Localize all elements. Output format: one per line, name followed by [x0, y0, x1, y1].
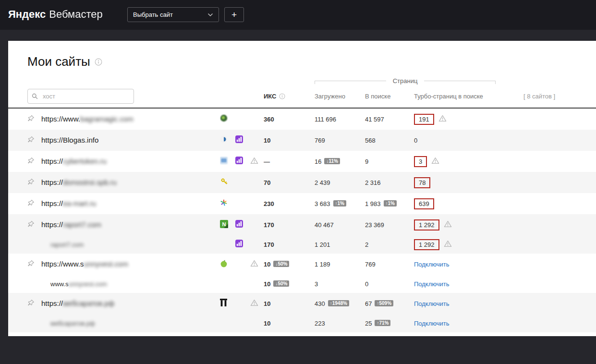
subsite-row: raport7.com1701 20121 292	[8, 235, 596, 254]
iks-value: 10	[264, 280, 270, 288]
in-search-value: 25	[365, 320, 372, 327]
iks-value: 10	[264, 320, 270, 327]
iks-value: 360	[264, 116, 274, 123]
warning-icon	[250, 157, 258, 164]
in-search-value: 23 369	[365, 221, 384, 229]
in-search-value: 2 316	[365, 179, 381, 186]
loaded-value: 430	[315, 300, 325, 307]
change-badge: ↑1948%	[328, 300, 349, 306]
pin-icon[interactable]	[27, 115, 35, 122]
loaded-value: 3	[315, 280, 318, 288]
turbo-count-flagged[interactable]: 639	[414, 198, 434, 209]
column-header-in-search: В поиске	[365, 93, 414, 100]
turbo-count-flagged[interactable]: 78	[414, 177, 430, 188]
green-dot-favicon	[220, 114, 228, 122]
page-title: Мои сайты	[27, 54, 90, 69]
sites-table-body: https://www.bagramagic.com360111 69641 5…	[8, 109, 596, 332]
loaded-value: 1 189	[315, 261, 330, 268]
search-input[interactable]	[27, 89, 134, 104]
iks-value: 10	[264, 261, 270, 268]
pin-icon[interactable]	[27, 299, 35, 306]
logo-yandex: Яндекс	[8, 8, 46, 20]
site-url[interactable]: https://domostroi.spb.ru	[41, 178, 117, 186]
turbo-count-flagged[interactable]: 3	[414, 156, 427, 167]
gate-icon	[220, 299, 227, 306]
site-url[interactable]: https://ea-mart.ru	[41, 199, 96, 207]
pin-icon[interactable]	[27, 220, 35, 228]
turbo-count-flagged[interactable]: 1 292	[414, 219, 439, 231]
site-row: https://domostroi.spb.ru702 4392 31678	[8, 172, 596, 193]
change-badge: ↑1%	[333, 200, 346, 206]
turbo-count-flagged[interactable]: 1 292	[414, 239, 439, 250]
connect-turbo-link[interactable]: Подключить	[414, 261, 450, 268]
warning-icon	[444, 220, 452, 228]
plus-icon: +	[231, 10, 237, 19]
key-icon	[220, 177, 229, 186]
pin-icon[interactable]	[27, 199, 35, 206]
my-sites-card: Мои сайты Страниц ИКС Загружено В поиске…	[8, 41, 596, 336]
loaded-value: 2 439	[315, 179, 330, 186]
connect-turbo-link[interactable]: Подключить	[414, 300, 450, 307]
blue-favicon	[220, 157, 228, 164]
logo-webmaster: Вебмастер	[49, 8, 102, 20]
iks-info-icon[interactable]	[279, 93, 285, 99]
loaded-value: 769	[315, 137, 325, 144]
table-header: Страниц ИКС Загружено В поиске Турбо-стр…	[8, 72, 596, 108]
yandex-webmaster-logo[interactable]: ЯндексВебмастер	[8, 8, 103, 21]
site-url[interactable]: https://raport7.com	[41, 220, 101, 229]
site-row: https://мебсаратов.рф10430↑1948%67↑509%П…	[8, 293, 596, 314]
search-icon	[32, 93, 38, 99]
connect-turbo-link[interactable]: Подключить	[414, 280, 450, 288]
in-search-value: 67	[365, 300, 372, 307]
change-badge: ↑1%	[384, 200, 397, 206]
svg-text:N: N	[222, 221, 226, 227]
iks-value: 170	[264, 241, 274, 248]
change-badge: ↑509%	[375, 300, 393, 306]
loaded-value: 40 467	[315, 221, 334, 229]
column-header-loaded: Загружено	[315, 93, 365, 100]
iks-value: 230	[264, 200, 274, 207]
site-url[interactable]: https://мебсаратов.рф	[41, 299, 114, 307]
site-selector-dropdown[interactable]: Выбрать сайт	[127, 7, 219, 22]
site-url[interactable]: https://cybertoken.ru	[41, 157, 107, 165]
warning-icon	[250, 260, 258, 267]
site-url[interactable]: мебсаратов.рф	[41, 320, 95, 327]
warning-icon	[250, 299, 258, 306]
in-search-value: 568	[365, 137, 376, 144]
pages-group-label: Страниц	[393, 77, 418, 85]
site-selector-label: Выбрать сайт	[133, 11, 173, 18]
pin-icon[interactable]	[27, 136, 35, 143]
pin-icon[interactable]	[27, 178, 35, 185]
info-icon[interactable]	[95, 58, 102, 66]
site-url[interactable]: https://www.sunnyvest.com	[41, 260, 128, 268]
burst-icon	[220, 199, 228, 206]
host-search	[27, 89, 134, 104]
pin-icon[interactable]	[27, 157, 35, 164]
site-url[interactable]: https://www.bagramagic.com	[41, 115, 134, 123]
metrika-icon	[235, 220, 243, 228]
site-url[interactable]: raport7.com	[41, 241, 84, 248]
loaded-value: 1 201	[315, 241, 330, 248]
site-url[interactable]: www.sunnyvest.com	[41, 280, 107, 288]
in-search-value: 2	[365, 241, 368, 248]
warning-icon	[431, 157, 439, 164]
connect-turbo-link[interactable]: Подключить	[414, 320, 450, 327]
site-row: https://www.bagramagic.com360111 69641 5…	[8, 109, 596, 130]
subsite-row: www.sunnyvest.com10↓50%30Подключить	[8, 275, 596, 293]
site-url[interactable]: https://Blogas.info	[41, 136, 98, 144]
column-header-turbo: Турбо-страниц в поиске	[414, 93, 523, 100]
add-site-button[interactable]: +	[224, 7, 244, 22]
change-badge: ↓11%	[324, 158, 340, 164]
column-header-iks: ИКС	[264, 93, 315, 100]
in-search-value: 1 983	[365, 200, 381, 207]
pages-group-bracket: Страниц	[315, 77, 496, 85]
blogas-favicon	[220, 135, 228, 143]
iks-value: 70	[264, 179, 270, 186]
turbo-count-flagged[interactable]: 191	[414, 114, 434, 125]
pin-icon[interactable]	[27, 260, 35, 267]
site-row: https://ea-mart.ru2303 683↑1%1 983↑1%639	[8, 193, 596, 214]
change-badge: ↓50%	[273, 261, 289, 267]
iks-value: 170	[264, 221, 274, 229]
in-search-value: 41 597	[365, 116, 384, 123]
loaded-value: 223	[315, 320, 325, 327]
